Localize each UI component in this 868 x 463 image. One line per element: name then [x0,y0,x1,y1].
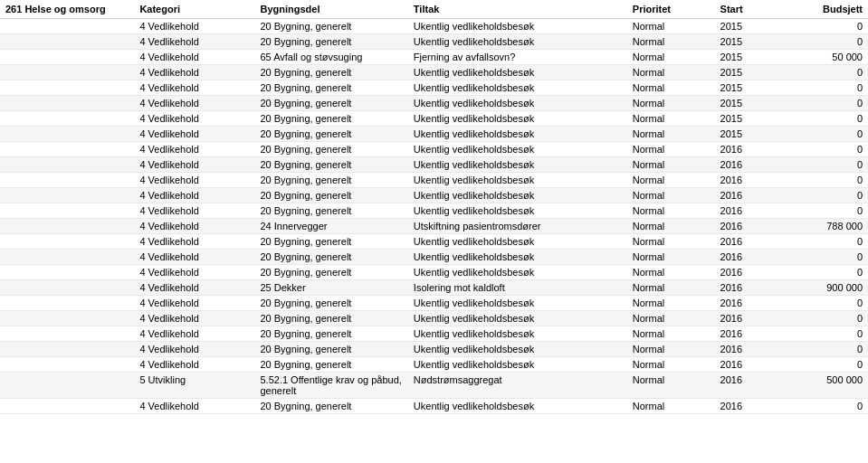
cell-section [0,357,134,373]
cell-priority: Normal [627,399,715,414]
table-row: 4 Vedlikehold20 Bygning, genereltUkentli… [0,342,868,357]
cell-priority: Normal [627,265,715,280]
cell-priority: Normal [627,203,715,219]
cell-priority: Normal [627,157,715,173]
table-row: 4 Vedlikehold20 Bygning, genereltUkentli… [0,188,868,203]
cell-building: 20 Bygning, generelt [254,296,407,311]
cell-tiltak: Ukentlig vedlikeholdsbesøk [408,203,627,219]
table-row: 4 Vedlikehold20 Bygning, genereltUkentli… [0,65,868,80]
cell-building: 20 Bygning, generelt [254,80,407,96]
cell-start: 2015 [715,111,781,127]
cell-budget: 0 [780,127,868,142]
header-tiltak: Tiltak [408,0,627,19]
cell-building: 20 Bygning, generelt [254,188,407,203]
cell-tiltak: Ukentlig vedlikeholdsbesøk [408,265,627,280]
cell-category: 4 Vedlikehold [134,234,254,250]
cell-priority: Normal [627,111,715,127]
cell-section [0,280,134,296]
cell-budget: 0 [780,96,868,111]
table-row: 4 Vedlikehold20 Bygning, genereltUkentli… [0,96,868,111]
cell-start: 2016 [715,142,781,157]
table-row: 4 Vedlikehold20 Bygning, genereltUkentli… [0,250,868,265]
cell-priority: Normal [627,357,715,373]
cell-priority: Normal [627,188,715,203]
cell-start: 2016 [715,373,781,399]
cell-section [0,373,134,399]
cell-category: 4 Vedlikehold [134,311,254,326]
cell-budget: 0 [780,203,868,219]
cell-category: 4 Vedlikehold [134,326,254,342]
header-category: Kategori [134,0,254,19]
cell-priority: Normal [627,373,715,399]
cell-priority: Normal [627,326,715,342]
table-row: 4 Vedlikehold20 Bygning, genereltUkentli… [0,399,868,414]
cell-budget: 0 [780,173,868,188]
cell-start: 2016 [715,203,781,219]
cell-section [0,326,134,342]
table-row: 4 Vedlikehold20 Bygning, genereltUkentli… [0,234,868,250]
cell-tiltak: Ukentlig vedlikeholdsbesøk [408,19,627,34]
table-row: 4 Vedlikehold20 Bygning, genereltUkentli… [0,157,868,173]
cell-priority: Normal [627,50,715,65]
cell-tiltak: Ukentlig vedlikeholdsbesøk [408,142,627,157]
cell-building: 20 Bygning, generelt [254,96,407,111]
cell-section [0,188,134,203]
cell-budget: 900 000 [780,280,868,296]
cell-priority: Normal [627,311,715,326]
cell-building: 20 Bygning, generelt [254,19,407,34]
table-row: 4 Vedlikehold20 Bygning, genereltUkentli… [0,111,868,127]
table-row: 5 Utvikling5.52.1 Offentlige krav og påb… [0,373,868,399]
cell-building: 20 Bygning, generelt [254,142,407,157]
cell-start: 2016 [715,280,781,296]
cell-budget: 0 [780,399,868,414]
cell-building: 20 Bygning, generelt [254,203,407,219]
cell-section [0,19,134,34]
cell-budget: 0 [780,265,868,280]
cell-priority: Normal [627,80,715,96]
table-header-row: 261 Helse og omsorg Kategori Bygningsdel… [0,0,868,19]
cell-priority: Normal [627,280,715,296]
cell-start: 2016 [715,219,781,234]
cell-building: 20 Bygning, generelt [254,399,407,414]
cell-category: 4 Vedlikehold [134,19,254,34]
cell-start: 2016 [715,173,781,188]
header-section: 261 Helse og omsorg [0,0,134,19]
cell-start: 2016 [715,250,781,265]
cell-category: 4 Vedlikehold [134,342,254,357]
cell-tiltak: Nødstrømsaggregat [408,373,627,399]
cell-category: 4 Vedlikehold [134,157,254,173]
cell-budget: 0 [780,34,868,50]
cell-budget: 0 [780,65,868,80]
table-row: 4 Vedlikehold25 DekkerIsolering mot kald… [0,280,868,296]
cell-section [0,399,134,414]
cell-priority: Normal [627,234,715,250]
cell-tiltak: Ukentlig vedlikeholdsbesøk [408,173,627,188]
cell-tiltak: Ukentlig vedlikeholdsbesøk [408,234,627,250]
cell-priority: Normal [627,173,715,188]
cell-start: 2016 [715,342,781,357]
cell-tiltak: Utskiftning pasientromsdører [408,219,627,234]
cell-building: 20 Bygning, generelt [254,127,407,142]
cell-building: 25 Dekker [254,280,407,296]
table-row: 4 Vedlikehold20 Bygning, genereltUkentli… [0,311,868,326]
table-row: 4 Vedlikehold20 Bygning, genereltUkentli… [0,142,868,157]
cell-section [0,111,134,127]
table-row: 4 Vedlikehold20 Bygning, genereltUkentli… [0,173,868,188]
table-body: 4 Vedlikehold20 Bygning, genereltUkentli… [0,19,868,414]
cell-category: 4 Vedlikehold [134,142,254,157]
cell-tiltak: Ukentlig vedlikeholdsbesøk [408,34,627,50]
cell-building: 20 Bygning, generelt [254,65,407,80]
cell-priority: Normal [627,96,715,111]
cell-budget: 50 000 [780,50,868,65]
cell-category: 4 Vedlikehold [134,96,254,111]
table-row: 4 Vedlikehold20 Bygning, genereltUkentli… [0,19,868,34]
cell-budget: 0 [780,234,868,250]
table-row: 4 Vedlikehold20 Bygning, genereltUkentli… [0,296,868,311]
cell-priority: Normal [627,34,715,50]
cell-budget: 0 [780,296,868,311]
cell-tiltak: Ukentlig vedlikeholdsbesøk [408,399,627,414]
cell-tiltak: Isolering mot kaldloft [408,280,627,296]
cell-category: 4 Vedlikehold [134,203,254,219]
table-row: 4 Vedlikehold20 Bygning, genereltUkentli… [0,34,868,50]
table-row: 4 Vedlikehold20 Bygning, genereltUkentli… [0,265,868,280]
